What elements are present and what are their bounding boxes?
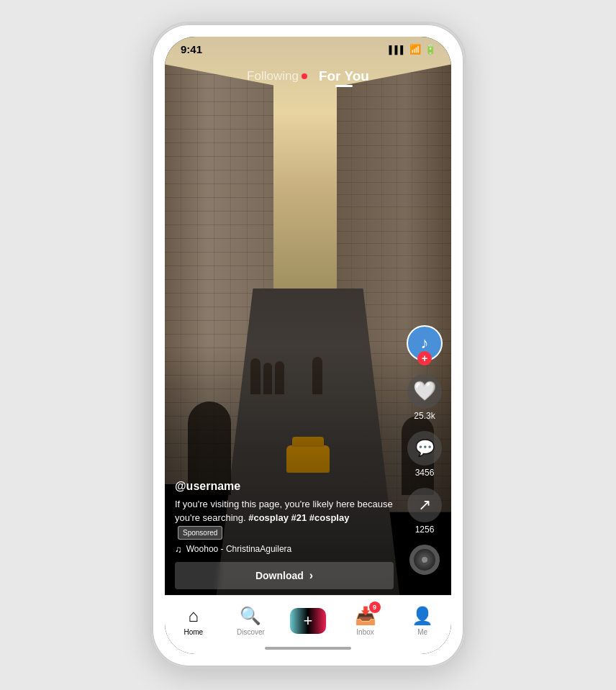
status-time: 9:41 [181, 43, 202, 55]
me-label: Me [417, 628, 427, 636]
home-label: Home [184, 628, 203, 636]
for-you-tab[interactable]: For You [319, 68, 369, 84]
right-action-sidebar: ♪ + 🤍 25.3k 💬 3456 ↗ [407, 325, 443, 575]
download-arrow-icon: › [309, 569, 313, 582]
home-icon: ⌂ [189, 606, 199, 626]
music-title: Woohoo - ChristinaAguilera [186, 544, 292, 554]
like-button[interactable]: 🤍 [407, 374, 442, 409]
phone-screen: 9:41 ▌▌▌ 📶 🔋 Following For You ♪ + [165, 37, 451, 654]
inbox-label: Inbox [356, 628, 373, 636]
live-indicator-dot [302, 73, 307, 79]
comment-icon: 💬 [415, 439, 435, 458]
nav-item-me[interactable]: 👤 Me [403, 606, 443, 636]
heart-icon: 🤍 [413, 380, 436, 402]
sponsored-badge: Sponsored [178, 526, 222, 540]
creator-avatar-container: ♪ + [407, 325, 443, 361]
status-bar: 9:41 ▌▌▌ 📶 🔋 [165, 37, 451, 63]
home-indicator [265, 647, 351, 650]
download-label: Download [255, 570, 304, 581]
share-icon: ↗ [418, 496, 431, 514]
nav-item-discover[interactable]: 🔍 Discover [231, 606, 271, 636]
wifi-icon: 📶 [409, 44, 421, 55]
inbox-notification-badge: 9 [369, 602, 381, 613]
follow-plus-badge[interactable]: + [417, 351, 432, 366]
phone-frame: 9:41 ▌▌▌ 📶 🔋 Following For You ♪ + [150, 22, 466, 669]
share-count: 1256 [415, 525, 435, 535]
music-info[interactable]: ♫ Woohoo - ChristinaAguilera [175, 544, 394, 555]
create-plus-button[interactable]: + [290, 608, 326, 634]
nav-item-create[interactable]: + [288, 608, 327, 634]
signal-icon: ▌▌▌ [389, 45, 406, 54]
video-username[interactable]: @username [175, 480, 394, 493]
following-label: Following [247, 69, 299, 83]
music-disc[interactable]: ♪ [409, 545, 440, 575]
share-action[interactable]: ↗ 1256 [407, 488, 442, 535]
comment-button[interactable]: 💬 [407, 431, 442, 466]
music-disc-center: ♪ [422, 555, 427, 565]
tiktok-icon: ♪ [421, 334, 429, 353]
like-action[interactable]: 🤍 25.3k [407, 374, 442, 421]
profile-icon: 👤 [412, 606, 433, 626]
nav-item-home[interactable]: ⌂ Home [173, 606, 213, 636]
top-navigation: Following For You [165, 63, 451, 90]
discover-icon: 🔍 [240, 606, 261, 626]
discover-label: Discover [237, 628, 265, 636]
video-caption: If you're visiting this page, you're lik… [175, 497, 394, 540]
comment-count: 3456 [415, 468, 435, 478]
music-note-icon: ♫ [175, 544, 182, 555]
like-count: 25.3k [414, 411, 435, 421]
status-icons: ▌▌▌ 📶 🔋 [389, 44, 435, 55]
comment-action[interactable]: 💬 3456 [407, 431, 442, 478]
inbox-icon-container: 📥 9 [355, 606, 376, 626]
share-button[interactable]: ↗ [407, 488, 442, 522]
video-info-panel: @username If you're visiting this page, … [175, 480, 394, 589]
bottom-navigation: ⌂ Home 🔍 Discover + 📥 9 Inbox 👤 [165, 595, 451, 654]
battery-icon: 🔋 [425, 44, 435, 55]
download-button[interactable]: Download › [175, 562, 394, 589]
video-hashtags[interactable]: #cosplay #21 #cosplay [248, 512, 349, 523]
nav-item-inbox[interactable]: 📥 9 Inbox [345, 606, 385, 636]
following-tab[interactable]: Following [247, 69, 307, 83]
plus-icon: + [304, 612, 313, 630]
